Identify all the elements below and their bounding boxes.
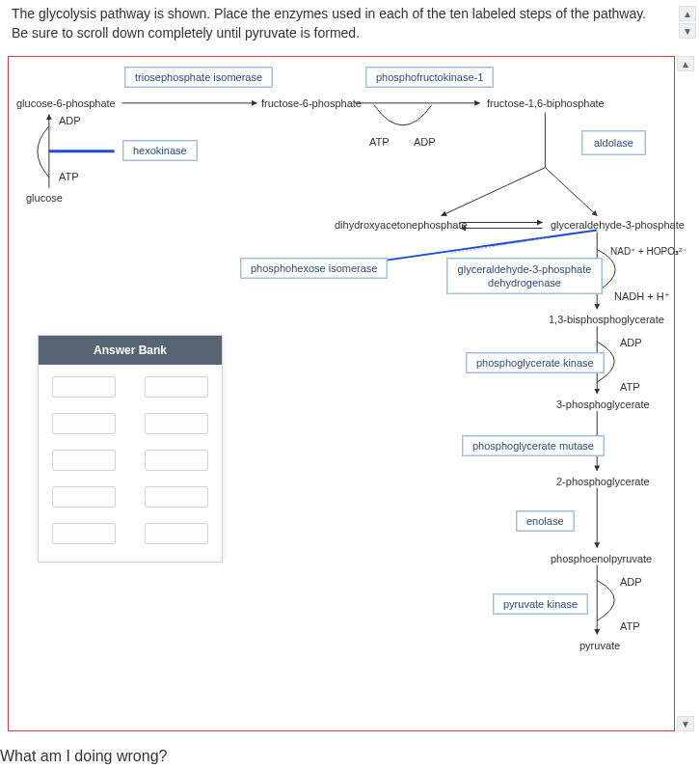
- label-adp-3: ADP: [620, 337, 642, 348]
- enzyme-pyruvate-kinase[interactable]: pyruvate kinase: [493, 593, 588, 615]
- answer-slot[interactable]: [145, 413, 208, 434]
- label-3-pg: 3-phosphoglycerate: [556, 398, 650, 410]
- enzyme-g3p-dehydrogenase[interactable]: glyceraldehyde-3-phosphate dehydrogenase: [446, 258, 603, 294]
- enzyme-aldolase[interactable]: aldolase: [581, 130, 646, 155]
- answer-slot[interactable]: [145, 486, 208, 508]
- answer-slot[interactable]: [145, 523, 208, 544]
- answer-slot[interactable]: [52, 413, 116, 434]
- canvas-scroll-down[interactable]: ▼: [677, 716, 694, 731]
- label-glucose: glucose: [26, 192, 63, 204]
- label-glucose-6-phosphate: glucose-6-phosphate: [16, 97, 116, 109]
- diagram-canvas[interactable]: triosephosphate isomerase phosphofructok…: [8, 56, 675, 731]
- enzyme-phosphohexose-isomerase[interactable]: phosphohexose isomerase: [240, 258, 388, 279]
- label-nad-hopo: NAD⁺ + HOPO₃²⁻: [610, 246, 687, 257]
- enzyme-phosphofructokinase-1[interactable]: phosphofructokinase-1: [365, 67, 494, 88]
- answer-bank: Answer Bank: [38, 335, 223, 563]
- enzyme-enolase[interactable]: enolase: [516, 510, 575, 532]
- canvas-scroll-up[interactable]: ▲: [677, 56, 694, 71]
- svg-line-6: [545, 168, 597, 216]
- answer-slot[interactable]: [52, 450, 116, 471]
- label-atp-4: ATP: [620, 620, 640, 632]
- prompt-scroll-down[interactable]: ▼: [679, 23, 696, 39]
- user-comment: What am I doing wrong?: [0, 748, 167, 765]
- label-nadh-h: NADH + H⁺: [614, 290, 670, 303]
- enzyme-triosephosphate-isomerase[interactable]: triosephosphate isomerase: [124, 67, 273, 88]
- label-pyruvate: pyruvate: [579, 640, 620, 651]
- answer-slot[interactable]: [52, 486, 116, 508]
- label-dhap: dihydroxyacetonephosphate: [335, 219, 468, 231]
- enzyme-phosphoglycerate-mutase[interactable]: phosphoglycerate mutase: [462, 435, 605, 456]
- label-2-pg: 2-phosphoglycerate: [556, 476, 650, 487]
- enzyme-phosphoglycerate-kinase[interactable]: phosphoglycerate kinase: [466, 352, 605, 373]
- question-prompt: The glycolysis pathway is shown. Place t…: [12, 4, 660, 42]
- label-atp-2: ATP: [369, 136, 390, 148]
- label-pep: phosphoenolpyruvate: [551, 553, 652, 564]
- label-adp-4: ADP: [620, 576, 642, 588]
- label-g3p: glyceraldehyde-3-phosphate: [551, 219, 685, 231]
- label-fructose-1-6-biphosphate: fructose-1,6-biphosphate: [487, 97, 605, 109]
- answer-slot[interactable]: [145, 376, 208, 398]
- answer-bank-title: Answer Bank: [39, 336, 222, 365]
- label-atp-3: ATP: [620, 381, 640, 393]
- label-fructose-6-phosphate: fructose-6-phosphate: [261, 97, 362, 109]
- label-adp-1: ADP: [59, 115, 81, 126]
- enzyme-hexokinase[interactable]: hexokinase: [122, 140, 198, 161]
- svg-line-10: [451, 237, 548, 253]
- answer-slot[interactable]: [145, 450, 208, 471]
- prompt-scroll-up[interactable]: ▲: [679, 6, 696, 21]
- label-adp-2: ADP: [414, 136, 436, 148]
- label-1-3-bpg: 1,3-bisphosphoglycerate: [549, 314, 664, 325]
- prompt-scrollbar: ▲ ▼: [679, 6, 694, 39]
- label-atp-1: ATP: [59, 171, 79, 182]
- svg-line-5: [442, 168, 546, 216]
- answer-slot[interactable]: [52, 523, 116, 544]
- answer-slot[interactable]: [52, 376, 116, 398]
- canvas-scrollbar: ▲ ▼: [677, 56, 692, 731]
